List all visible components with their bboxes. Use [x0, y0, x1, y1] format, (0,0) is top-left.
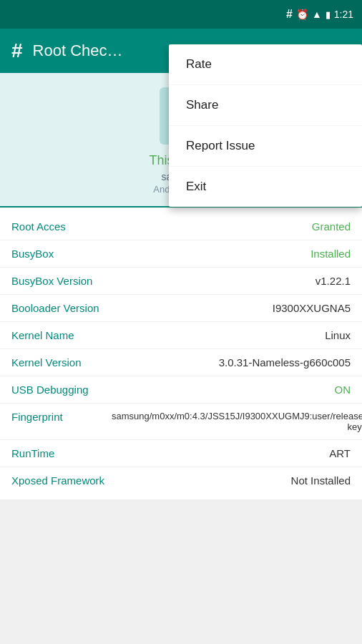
- value-runtime: ART: [112, 447, 351, 459]
- signal-icon: ▲: [312, 9, 322, 20]
- dropdown-menu: Rate Share Report Issue Exit: [169, 44, 362, 207]
- label-usb-debugging: USB Debugging: [11, 384, 112, 396]
- value-kernel-name: Linux: [112, 329, 351, 341]
- app-title: Root Chec…: [33, 42, 123, 60]
- value-busybox: Installed: [112, 248, 351, 260]
- time-display: 1:21: [334, 9, 353, 20]
- alarm-icon: ⏰: [296, 9, 308, 20]
- value-fingerprint: samsung/m0xx/m0:4.3/JSS15J/I9300XXUGMJ9:…: [112, 411, 362, 432]
- label-runtime: RunTime: [11, 447, 112, 459]
- label-xposed-framework: Xposed Framework: [11, 474, 112, 487]
- label-bootloader-version: Booloader Version: [11, 302, 112, 314]
- label-busybox-version: BusyBox Version: [11, 275, 112, 287]
- info-list: Root Acces Granted BusyBox Installed Bus…: [0, 208, 362, 499]
- table-row: Booloader Version I9300XXUGNA5: [0, 295, 362, 322]
- dropdown-item-share[interactable]: Share: [169, 85, 362, 126]
- table-row: USB Debugging ON: [0, 376, 362, 404]
- table-row: BusyBox Installed: [0, 240, 362, 268]
- value-kernel-version: 3.0.31-Nameless-g660c005: [112, 356, 351, 369]
- table-row: BusyBox Version v1.22.1: [0, 268, 362, 295]
- dropdown-item-exit[interactable]: Exit: [169, 167, 362, 207]
- table-row: Kernel Name Linux: [0, 322, 362, 349]
- table-row: RunTime ART: [0, 440, 362, 467]
- dropdown-item-report-issue[interactable]: Report Issue: [169, 126, 362, 167]
- label-root-access: Root Acces: [11, 220, 112, 233]
- label-kernel-name: Kernel Name: [11, 329, 112, 341]
- label-busybox: BusyBox: [11, 248, 112, 260]
- label-fingerprint: Fingerprint: [11, 411, 112, 423]
- table-row: Xposed Framework Not Installed: [0, 467, 362, 494]
- value-usb-debugging: ON: [112, 384, 351, 396]
- battery-icon: ▮: [326, 9, 331, 20]
- table-row: Root Acces Granted: [0, 213, 362, 240]
- hash-icon: #: [286, 8, 293, 21]
- status-bar: # ⏰ ▲ ▮ 1:21: [0, 0, 362, 29]
- app-hash-icon: #: [11, 39, 23, 62]
- value-busybox-version: v1.22.1: [112, 275, 351, 287]
- dropdown-item-rate[interactable]: Rate: [169, 44, 362, 85]
- value-root-access: Granted: [112, 220, 351, 233]
- value-xposed-framework: Not Installed: [112, 474, 351, 487]
- table-row: Fingerprint samsung/m0xx/m0:4.3/JSS15J/I…: [0, 404, 362, 440]
- status-icons: # ⏰ ▲ ▮ 1:21: [286, 8, 353, 21]
- value-bootloader-version: I9300XXUGNA5: [112, 302, 351, 314]
- table-row: Kernel Version 3.0.31-Nameless-g660c005: [0, 349, 362, 376]
- label-kernel-version: Kernel Version: [11, 356, 112, 369]
